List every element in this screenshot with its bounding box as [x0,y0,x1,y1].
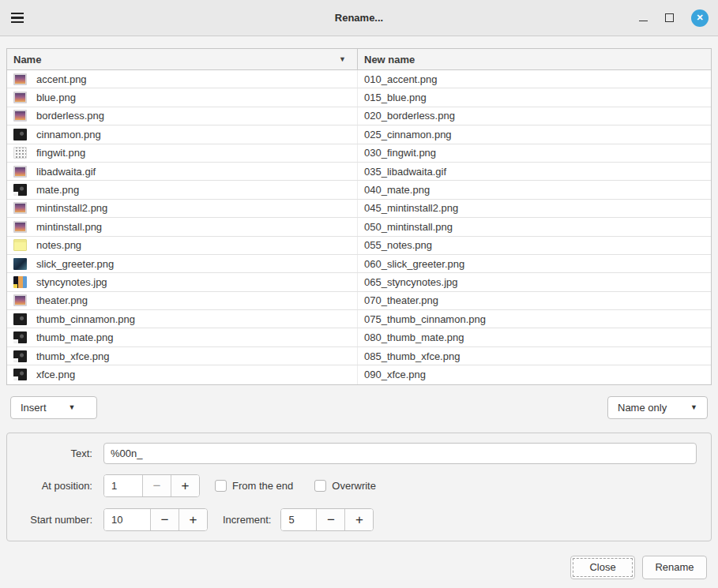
file-thumbnail-icon [13,202,27,214]
new-name-text: 055_notes.png [364,239,432,251]
cell-old-name: fingwit.png [7,144,358,162]
old-name-text: notes.png [36,239,81,251]
table-row[interactable]: fingwit.png 030_fingwit.png [7,144,711,163]
cell-new-name: 035_libadwaita.gif [358,163,711,180]
from-end-checkbox[interactable] [215,480,227,492]
table-row[interactable]: mintinstall.png 050_mintinstall.png [7,218,711,236]
table-row[interactable]: mate.png 040_mate.png [7,181,711,199]
table-row[interactable]: cinnamon.png 025_cinnamon.png [7,125,711,144]
column-header-name[interactable]: Name ▼ [7,49,358,69]
cell-new-name: 050_mintinstall.png [358,218,711,235]
file-thumbnail-icon [13,166,27,178]
table-row[interactable]: mintinstall2.png 045_mintinstall2.png [7,200,711,218]
new-name-text: 060_slick_greeter.png [364,258,464,270]
file-thumbnail-icon [13,110,27,122]
table-row[interactable]: slick_greeter.png 060_slick_greeter.png [7,255,711,273]
window-controls: ✕ [639,9,709,27]
hamburger-menu-icon[interactable] [9,6,33,30]
table-row[interactable]: theater.png 070_theater.png [7,292,711,310]
start-number-input[interactable] [104,509,150,530]
text-input[interactable] [103,443,697,464]
table-row[interactable]: thumb_mate.png 080_thumb_mate.png [7,328,711,346]
cell-old-name: thumb_mate.png [7,328,358,346]
chevron-down-icon: ▼ [69,403,76,411]
from-end-checkbox-group[interactable]: From the end [215,480,293,492]
numbering-row: Start number: − + Increment: − + [13,508,697,531]
column-header-new-name[interactable]: New name [358,49,711,69]
overwrite-checkbox[interactable] [314,480,326,492]
rename-table: Name ▼ New name accent.png 010_accent.pn… [6,48,712,385]
overwrite-label: Overwrite [332,480,376,492]
table-row[interactable]: thumb_cinnamon.png 075_thumb_cinnamon.pn… [7,310,711,328]
increment-label: Increment: [223,514,271,526]
close-button[interactable]: Close [570,556,635,579]
scope-dropdown[interactable]: Name only ▼ [607,396,708,419]
scope-dropdown-label: Name only [618,402,667,414]
minimize-icon[interactable] [639,13,648,22]
at-position-spinner: − + [103,474,200,497]
table-row[interactable]: styncynotes.jpg 065_styncynotes.jpg [7,273,711,291]
table-row[interactable]: notes.png 055_notes.png [7,237,711,255]
table-row[interactable]: accent.png 010_accent.png [7,70,711,88]
insert-dropdown[interactable]: Insert ▼ [10,396,97,419]
cell-old-name: theater.png [7,292,358,309]
increment-plus-button[interactable]: + [344,509,373,530]
start-number-label: Start number: [13,514,92,526]
cell-old-name: mintinstall.png [7,218,358,235]
overwrite-checkbox-group[interactable]: Overwrite [314,480,376,492]
old-name-text: theater.png [36,294,88,306]
new-name-text: 080_thumb_mate.png [364,331,464,343]
text-label: Text: [13,448,92,459]
file-thumbnail-icon [13,258,27,270]
table-row[interactable]: xfce.png 090_xfce.png [7,365,711,384]
maximize-icon[interactable] [665,13,674,22]
table-row[interactable]: blue.png 015_blue.png [7,88,711,107]
old-name-text: mintinstall2.png [36,202,107,214]
old-name-text: mate.png [36,184,79,196]
table-row[interactable]: thumb_xfce.png 085_thumb_xfce.png [7,347,711,365]
at-position-input[interactable] [104,475,142,496]
old-name-text: styncynotes.jpg [36,276,107,288]
window-title: Rename... [0,12,718,24]
close-icon[interactable]: ✕ [691,9,709,27]
at-position-minus-button[interactable]: − [142,475,171,496]
start-number-plus-button[interactable]: + [179,509,207,530]
at-position-label: At position: [13,480,92,492]
cell-new-name: 040_mate.png [358,181,711,198]
cell-new-name: 070_theater.png [358,292,711,309]
chevron-down-icon: ▼ [690,403,697,411]
cell-new-name: 020_borderless.png [358,107,711,125]
file-thumbnail-icon [13,331,27,343]
increment-spinner: − + [280,508,374,531]
table-row[interactable]: libadwaita.gif 035_libadwaita.gif [7,163,711,181]
increment-input[interactable] [281,509,316,530]
old-name-text: thumb_cinnamon.png [36,313,135,325]
file-thumbnail-icon [13,184,27,196]
from-end-label: From the end [232,480,293,492]
new-name-text: 035_libadwaita.gif [364,166,446,178]
file-thumbnail-icon [13,221,27,233]
start-number-spinner: − + [103,508,208,531]
at-position-plus-button[interactable]: + [171,475,199,496]
file-thumbnail-icon [13,276,27,288]
start-number-minus-button[interactable]: − [150,509,179,530]
new-name-text: 010_accent.png [364,73,438,85]
column-header-new-name-label: New name [364,54,415,66]
old-name-text: cinnamon.png [36,129,101,140]
cell-old-name: cinnamon.png [7,125,358,143]
cell-old-name: notes.png [7,237,358,254]
file-thumbnail-icon [13,73,27,85]
file-thumbnail-icon [13,147,27,159]
increment-minus-button[interactable]: − [316,509,344,530]
cell-old-name: borderless.png [7,107,358,125]
new-name-text: 020_borderless.png [364,110,455,122]
dropdown-row: Insert ▼ Name only ▼ [10,396,708,419]
cell-new-name: 045_mintinstall2.png [358,200,711,217]
cell-old-name: blue.png [7,88,358,106]
rename-button[interactable]: Rename [642,556,707,579]
new-name-text: 025_cinnamon.png [364,129,452,140]
new-name-text: 030_fingwit.png [364,147,436,159]
cell-new-name: 060_slick_greeter.png [358,255,711,272]
cell-old-name: libadwaita.gif [7,163,358,180]
table-row[interactable]: borderless.png 020_borderless.png [7,107,711,125]
